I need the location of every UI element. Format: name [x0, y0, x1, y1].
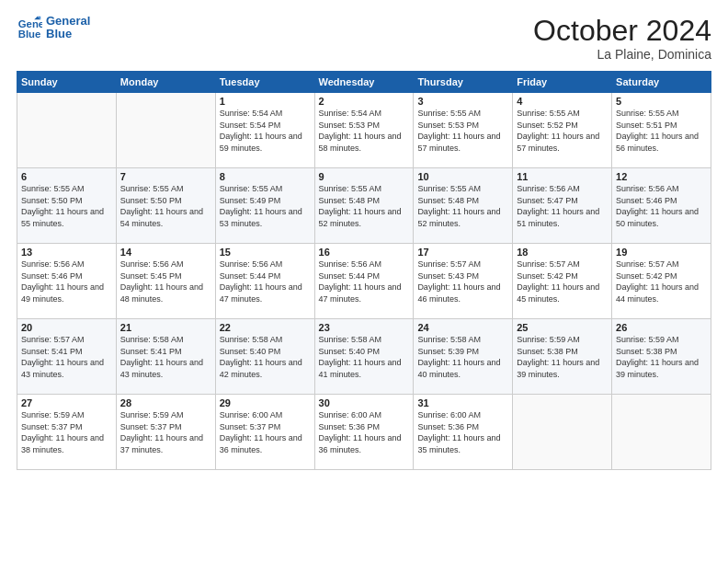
day-info: Sunrise: 5:58 AMSunset: 5:40 PMDaylight:… — [220, 334, 311, 380]
day-cell: 15Sunrise: 5:56 AMSunset: 5:44 PMDayligh… — [215, 244, 314, 319]
day-number: 5 — [616, 96, 707, 107]
day-cell: 18Sunrise: 5:57 AMSunset: 5:42 PMDayligh… — [513, 244, 612, 319]
header-thursday: Thursday — [414, 72, 513, 93]
day-cell: 16Sunrise: 5:56 AMSunset: 5:44 PMDayligh… — [314, 244, 414, 319]
day-number: 9 — [319, 171, 410, 182]
day-info: Sunrise: 5:57 AMSunset: 5:43 PMDaylight:… — [417, 259, 508, 304]
day-cell — [612, 395, 711, 470]
month-title: October 2024 — [533, 15, 711, 47]
day-cell: 2Sunrise: 5:54 AMSunset: 5:53 PMDaylight… — [314, 93, 414, 168]
day-cell: 20Sunrise: 5:57 AMSunset: 5:41 PMDayligh… — [17, 319, 117, 395]
day-cell: 3Sunrise: 5:55 AMSunset: 5:53 PMDaylight… — [414, 93, 513, 168]
day-cell: 28Sunrise: 5:59 AMSunset: 5:37 PMDayligh… — [116, 395, 215, 470]
day-info: Sunrise: 5:54 AMSunset: 5:54 PMDaylight:… — [220, 108, 311, 154]
day-cell: 10Sunrise: 5:55 AMSunset: 5:48 PMDayligh… — [414, 168, 513, 244]
day-number: 25 — [517, 322, 608, 333]
day-cell: 5Sunrise: 5:55 AMSunset: 5:51 PMDaylight… — [612, 93, 711, 168]
day-cell: 4Sunrise: 5:55 AMSunset: 5:52 PMDaylight… — [513, 93, 612, 168]
day-number: 19 — [616, 247, 707, 258]
header-sunday: Sunday — [17, 72, 117, 93]
day-number: 24 — [417, 322, 508, 333]
day-cell: 1Sunrise: 5:54 AMSunset: 5:54 PMDaylight… — [215, 93, 314, 168]
day-cell: 13Sunrise: 5:56 AMSunset: 5:46 PMDayligh… — [17, 244, 117, 319]
day-info: Sunrise: 5:56 AMSunset: 5:46 PMDaylight:… — [21, 259, 112, 304]
day-number: 18 — [517, 247, 608, 258]
day-info: Sunrise: 5:56 AMSunset: 5:46 PMDaylight:… — [616, 183, 707, 229]
day-info: Sunrise: 5:59 AMSunset: 5:37 PMDaylight:… — [120, 409, 211, 455]
day-number: 27 — [21, 397, 112, 408]
day-info: Sunrise: 5:55 AMSunset: 5:51 PMDaylight:… — [616, 108, 707, 154]
day-info: Sunrise: 5:54 AMSunset: 5:53 PMDaylight:… — [319, 108, 410, 154]
day-number: 11 — [517, 171, 608, 182]
day-number: 14 — [120, 247, 211, 258]
day-info: Sunrise: 5:56 AMSunset: 5:45 PMDaylight:… — [120, 259, 211, 304]
day-info: Sunrise: 5:55 AMSunset: 5:52 PMDaylight:… — [517, 108, 608, 154]
week-row-5: 27Sunrise: 5:59 AMSunset: 5:37 PMDayligh… — [17, 395, 711, 470]
day-info: Sunrise: 5:57 AMSunset: 5:42 PMDaylight:… — [616, 259, 707, 304]
day-number: 16 — [319, 247, 410, 258]
day-info: Sunrise: 5:56 AMSunset: 5:47 PMDaylight:… — [517, 183, 608, 229]
day-info: Sunrise: 5:55 AMSunset: 5:49 PMDaylight:… — [220, 183, 311, 229]
week-row-4: 20Sunrise: 5:57 AMSunset: 5:41 PMDayligh… — [17, 319, 711, 395]
header-row: SundayMondayTuesdayWednesdayThursdayFrid… — [17, 72, 711, 93]
day-info: Sunrise: 5:59 AMSunset: 5:37 PMDaylight:… — [21, 409, 112, 455]
day-info: Sunrise: 5:55 AMSunset: 5:48 PMDaylight:… — [417, 183, 508, 229]
day-info: Sunrise: 5:59 AMSunset: 5:38 PMDaylight:… — [517, 334, 608, 380]
day-number: 22 — [220, 322, 311, 333]
day-cell: 9Sunrise: 5:55 AMSunset: 5:48 PMDaylight… — [314, 168, 414, 244]
day-cell: 6Sunrise: 5:55 AMSunset: 5:50 PMDaylight… — [17, 168, 117, 244]
day-info: Sunrise: 5:56 AMSunset: 5:44 PMDaylight:… — [319, 259, 410, 304]
day-info: Sunrise: 5:56 AMSunset: 5:44 PMDaylight:… — [220, 259, 311, 304]
day-number: 7 — [120, 171, 211, 182]
day-info: Sunrise: 5:57 AMSunset: 5:42 PMDaylight:… — [517, 259, 608, 304]
day-number: 3 — [417, 96, 508, 107]
header-monday: Monday — [116, 72, 215, 93]
day-info: Sunrise: 6:00 AMSunset: 5:36 PMDaylight:… — [319, 409, 410, 455]
day-cell: 26Sunrise: 5:59 AMSunset: 5:38 PMDayligh… — [612, 319, 711, 395]
header: General Blue General Blue October 2024 L… — [17, 15, 711, 62]
day-cell: 14Sunrise: 5:56 AMSunset: 5:45 PMDayligh… — [116, 244, 215, 319]
header-saturday: Saturday — [612, 72, 711, 93]
day-info: Sunrise: 6:00 AMSunset: 5:37 PMDaylight:… — [220, 409, 311, 455]
day-cell: 29Sunrise: 6:00 AMSunset: 5:37 PMDayligh… — [215, 395, 314, 470]
day-cell: 23Sunrise: 5:58 AMSunset: 5:40 PMDayligh… — [314, 319, 414, 395]
day-cell: 27Sunrise: 5:59 AMSunset: 5:37 PMDayligh… — [17, 395, 117, 470]
header-wednesday: Wednesday — [314, 72, 414, 93]
day-cell: 30Sunrise: 6:00 AMSunset: 5:36 PMDayligh… — [314, 395, 414, 470]
logo-blue: Blue — [46, 28, 90, 40]
day-info: Sunrise: 5:58 AMSunset: 5:39 PMDaylight:… — [417, 334, 508, 380]
week-row-3: 13Sunrise: 5:56 AMSunset: 5:46 PMDayligh… — [17, 244, 711, 319]
day-number: 29 — [220, 397, 311, 408]
day-number: 13 — [21, 247, 112, 258]
day-cell: 19Sunrise: 5:57 AMSunset: 5:42 PMDayligh… — [612, 244, 711, 319]
day-number: 17 — [417, 247, 508, 258]
calendar-table: SundayMondayTuesdayWednesdayThursdayFrid… — [17, 71, 711, 470]
day-cell: 17Sunrise: 5:57 AMSunset: 5:43 PMDayligh… — [414, 244, 513, 319]
day-cell: 24Sunrise: 5:58 AMSunset: 5:39 PMDayligh… — [414, 319, 513, 395]
day-cell: 11Sunrise: 5:56 AMSunset: 5:47 PMDayligh… — [513, 168, 612, 244]
day-info: Sunrise: 6:00 AMSunset: 5:36 PMDaylight:… — [417, 409, 508, 455]
week-row-1: 1Sunrise: 5:54 AMSunset: 5:54 PMDaylight… — [17, 93, 711, 168]
day-number: 28 — [120, 397, 211, 408]
day-number: 15 — [220, 247, 311, 258]
day-cell: 12Sunrise: 5:56 AMSunset: 5:46 PMDayligh… — [612, 168, 711, 244]
day-number: 1 — [220, 96, 311, 107]
day-number: 4 — [517, 96, 608, 107]
location: La Plaine, Dominica — [533, 47, 711, 62]
header-friday: Friday — [513, 72, 612, 93]
logo-general: General — [46, 15, 90, 28]
day-number: 8 — [220, 171, 311, 182]
calendar-page: General Blue General Blue October 2024 L… — [0, 0, 728, 563]
day-number: 20 — [21, 322, 112, 333]
day-cell — [17, 93, 117, 168]
header-tuesday: Tuesday — [215, 72, 314, 93]
day-number: 31 — [417, 397, 508, 408]
day-cell: 31Sunrise: 6:00 AMSunset: 5:36 PMDayligh… — [414, 395, 513, 470]
day-number: 23 — [319, 322, 410, 333]
day-number: 26 — [616, 322, 707, 333]
logo-icon: General Blue — [17, 15, 42, 40]
day-number: 12 — [616, 171, 707, 182]
day-info: Sunrise: 5:58 AMSunset: 5:41 PMDaylight:… — [120, 334, 211, 380]
day-cell: 21Sunrise: 5:58 AMSunset: 5:41 PMDayligh… — [116, 319, 215, 395]
day-info: Sunrise: 5:55 AMSunset: 5:50 PMDaylight:… — [120, 183, 211, 229]
